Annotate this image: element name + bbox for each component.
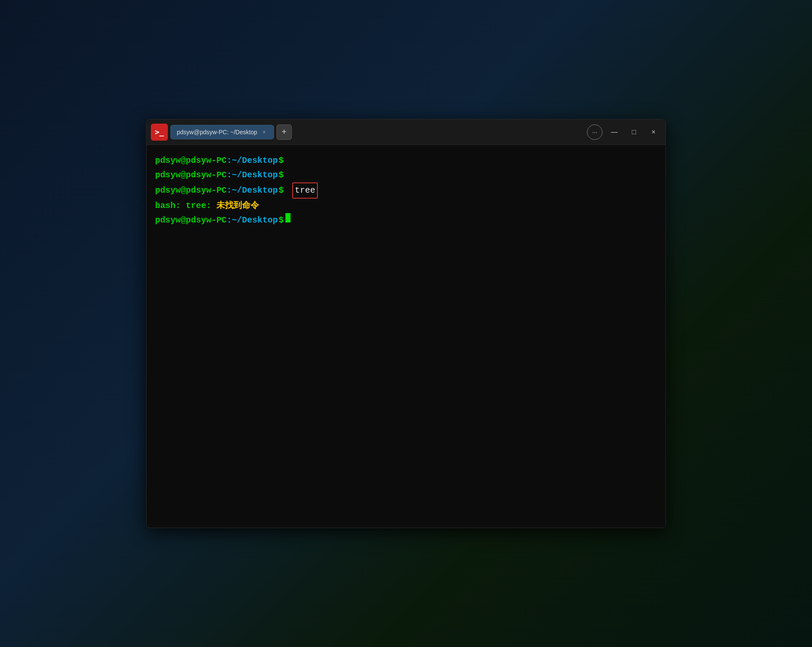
prompt-dollar-2: $	[279, 168, 284, 182]
prompt-dollar-1: $	[279, 153, 284, 168]
error-chinese-text: 未找到命令	[216, 201, 259, 211]
terminal-logo: >_	[151, 124, 168, 141]
terminal-cursor	[285, 213, 291, 222]
prompt-user-5: pdsyw@pdsyw-PC	[155, 213, 227, 228]
window-controls: ··· — □ ×	[587, 124, 661, 140]
minimize-button[interactable]: —	[607, 124, 622, 140]
more-options-button[interactable]: ···	[587, 124, 602, 140]
close-button[interactable]: ×	[646, 124, 661, 140]
prompt-path-1: :~/Desktop	[227, 153, 278, 168]
prompt-path-5: :~/Desktop	[227, 213, 278, 228]
error-text: bash: tree: 未找到命令	[155, 199, 259, 213]
new-tab-button[interactable]: +	[276, 124, 292, 140]
prompt-user-1: pdsyw@pdsyw-PC	[155, 153, 227, 168]
terminal-line-2: pdsyw@pdsyw-PC:~/Desktop$	[155, 168, 657, 182]
highlighted-command: tree	[292, 182, 318, 199]
terminal-error-line: bash: tree: 未找到命令	[155, 199, 657, 213]
tab-label: pdsyw@pdsyw-PC: ~/Desktop	[177, 129, 257, 136]
title-bar: >_ pdsyw@pdsyw-PC: ~/Desktop × + ··· — □…	[147, 119, 665, 145]
prompt-user-3: pdsyw@pdsyw-PC	[155, 183, 227, 198]
terminal-logo-icon: >_	[155, 127, 164, 136]
terminal-line-5: pdsyw@pdsyw-PC:~/Desktop$	[155, 213, 657, 228]
active-tab[interactable]: pdsyw@pdsyw-PC: ~/Desktop ×	[170, 125, 274, 139]
terminal-window: >_ pdsyw@pdsyw-PC: ~/Desktop × + ··· — □…	[146, 119, 666, 528]
prompt-user-2: pdsyw@pdsyw-PC	[155, 168, 227, 182]
prompt-dollar-3: $	[279, 183, 284, 198]
prompt-dollar-5: $	[279, 213, 284, 228]
prompt-command-space	[287, 183, 292, 198]
prompt-path-2: :~/Desktop	[227, 168, 278, 182]
prompt-path-3: :~/Desktop	[227, 183, 278, 198]
maximize-button[interactable]: □	[626, 124, 642, 140]
terminal-body[interactable]: pdsyw@pdsyw-PC:~/Desktop$ pdsyw@pdsyw-PC…	[147, 145, 665, 528]
terminal-line-1: pdsyw@pdsyw-PC:~/Desktop$	[155, 153, 657, 168]
tab-close-button[interactable]: ×	[261, 129, 268, 136]
terminal-line-3: pdsyw@pdsyw-PC:~/Desktop$ tree	[155, 182, 657, 199]
